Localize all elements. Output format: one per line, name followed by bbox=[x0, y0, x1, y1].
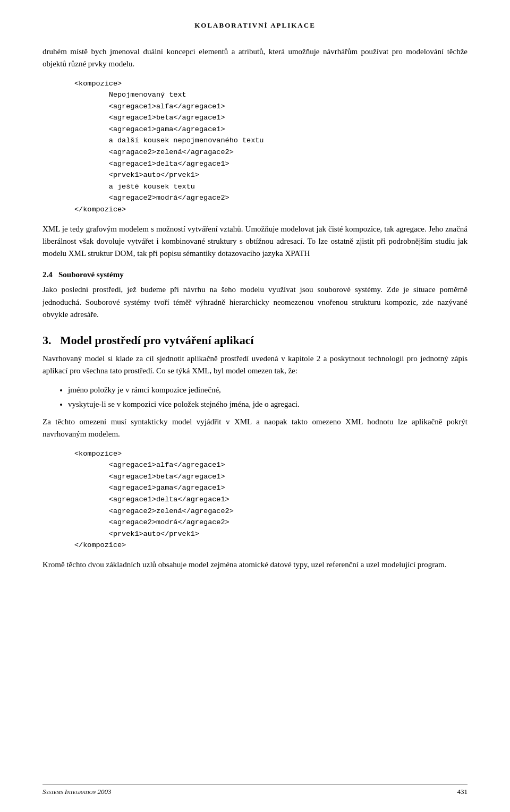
paragraph-3-3-text: Kromě těchto dvou základních uzlů obsahu… bbox=[42, 560, 446, 569]
footer-left: Systems Integration 2003 bbox=[42, 788, 112, 796]
intro-paragraph: druhém místě bych jmenoval duální koncep… bbox=[42, 46, 468, 71]
xml-text: XML je tedy grafovým modelem s možností … bbox=[42, 225, 468, 258]
paragraph-3-3: Kromě těchto dvou základních uzlů obsahu… bbox=[42, 559, 468, 571]
section-24-title: Souborové systémy bbox=[58, 270, 124, 279]
intro-text: druhém místě bych jmenoval duální koncep… bbox=[42, 47, 468, 68]
footer-right: 431 bbox=[457, 788, 468, 796]
paragraph-3-1-text: Navrhovaný model si klade za cíl sjednot… bbox=[42, 354, 468, 375]
bullet-item-1: jméno položky je v rámci kompozice jedin… bbox=[68, 384, 468, 396]
bullet-list: jméno položky je v rámci kompozice jedin… bbox=[68, 384, 468, 411]
paragraph-24-1-text: Jako poslední prostředí, jež budeme při … bbox=[42, 285, 468, 319]
paragraph-3-1: Navrhovaný model si klade za cíl sjednot… bbox=[42, 353, 468, 378]
code-block-2: <kompozice> <agregace1>alfa</agregace1> … bbox=[74, 448, 468, 551]
page: Kolaborativní aplikace druhém místě bych… bbox=[0, 0, 510, 812]
section-24-number: 2.4 bbox=[42, 270, 53, 279]
code-block-1: <kompozice> Nepojmenovaný text <agregace… bbox=[74, 78, 468, 216]
bullet-item-2-text: vyskytuje-li se v kompozici více položek… bbox=[68, 400, 300, 408]
section-3-heading: 3. Model prostředí pro vytváření aplikac… bbox=[42, 334, 468, 347]
page-header: Kolaborativní aplikace bbox=[42, 21, 468, 30]
bullet-item-1-text: jméno položky je v rámci kompozice jedin… bbox=[68, 386, 221, 394]
xml-paragraph: XML je tedy grafovým modelem s možností … bbox=[42, 223, 468, 260]
bullet-item-2: vyskytuje-li se v kompozici více položek… bbox=[68, 398, 468, 411]
section-3-title: Model prostředí pro vytváření aplikací bbox=[60, 334, 254, 347]
paragraph-3-2-text: Za těchto omezení musí syntakticky model… bbox=[42, 417, 468, 438]
paragraph-3-2: Za těchto omezení musí syntakticky model… bbox=[42, 416, 468, 441]
page-footer: Systems Integration 2003 431 bbox=[42, 784, 468, 796]
section-3-number: 3. bbox=[42, 334, 52, 347]
section-24-heading: 2.4 Souborové systémy bbox=[42, 270, 468, 279]
paragraph-24-1: Jako poslední prostředí, jež budeme při … bbox=[42, 284, 468, 321]
header-title: Kolaborativní aplikace bbox=[194, 21, 316, 29]
